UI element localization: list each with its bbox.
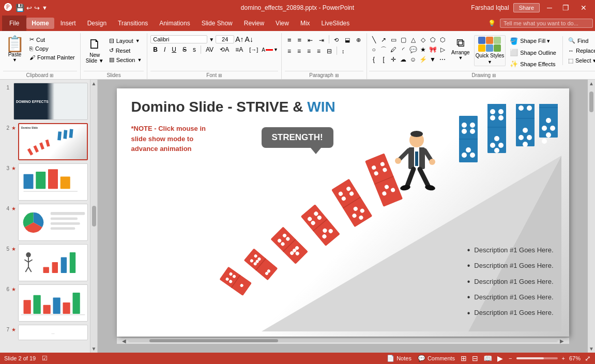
font-color-icon[interactable]: A [262,47,265,53]
menu-item-review[interactable]: Review [239,18,269,29]
shape-plus[interactable]: ✛ [389,55,398,64]
shape-pentagon[interactable]: ⬠ [428,35,437,44]
new-slide-button[interactable]: 🗋 New Slide ▼ [84,35,106,65]
shape-rect[interactable]: ▭ [389,35,398,44]
shape-star[interactable]: ★ [418,45,428,54]
shape-arc[interactable]: ◜ [399,45,408,54]
copy-button[interactable]: ⎘ Copy [27,44,77,53]
char-spacing-button[interactable]: AV [203,45,216,54]
customize-icon[interactable]: ▼ [42,5,48,11]
slide-thumb-4[interactable] [18,204,88,241]
slide-panel-scroll-up[interactable]: ▲ [91,81,97,86]
font-size-input[interactable] [216,35,234,43]
shape-more[interactable]: ▼ [428,55,437,64]
shape-hexagon[interactable]: ⬡ [438,35,447,44]
restore-button[interactable]: ❐ [559,3,572,13]
shape-action[interactable]: ▷ [438,45,447,54]
reset-button[interactable]: ↺ Reset [107,46,144,55]
underline-button[interactable]: U [169,45,179,54]
zoom-slider[interactable] [516,357,558,359]
menu-item-liveslides[interactable]: LiveSlides [316,18,355,29]
normal-view-button[interactable]: ⊞ [459,354,468,362]
line-spacing-button[interactable]: ↕ [339,47,347,56]
text-direction-btn[interactable]: ⟲ [331,35,341,45]
shape-outline-button[interactable]: ⬜ Shape Outline [508,48,558,57]
decrease-indent-button[interactable]: ⇤ [305,35,315,45]
add-smartart-btn[interactable]: ⊕ [354,35,363,45]
find-button[interactable]: 🔍 Find [566,36,595,45]
shape-smiley[interactable]: ☺ [408,55,418,64]
menu-item-design[interactable]: Design [82,18,112,29]
bold-button[interactable]: B [150,45,160,54]
menu-item-mix[interactable]: Mix [295,18,315,29]
shape-curve[interactable]: ⌒ [379,45,388,54]
shape-ribbon[interactable]: 🎀 [428,45,437,54]
quick-styles-button[interactable]: Quick Styles ▼ [474,35,506,66]
menu-item-animations[interactable]: Animations [154,18,195,29]
right-scroll-up[interactable]: ▲ [589,81,594,86]
menu-item-transitions[interactable]: Transitions [113,18,153,29]
select-button[interactable]: ⬚ Select ▾ [566,56,595,65]
paste-dropdown-icon[interactable]: ▼ [12,57,17,63]
menu-item-slideshow[interactable]: Slide Show [196,18,238,29]
menu-item-file[interactable]: File [2,16,26,31]
undo-icon[interactable]: ↩ [26,4,32,12]
tell-me-input[interactable] [500,19,593,28]
font-color-dropdown[interactable]: ▼ [273,47,278,52]
shape-rounded-rect[interactable]: ▢ [399,35,408,44]
slide-thumb-2[interactable]: Domino Slide [18,123,88,160]
minimize-button[interactable]: ─ [544,3,555,13]
close-button[interactable]: ✕ [576,3,591,13]
reading-view-button[interactable]: 📖 [482,354,494,362]
slide-panel-scroll-down[interactable]: ▼ [91,346,97,352]
bullets-button[interactable]: ≡ [285,35,294,45]
share-button[interactable]: Share [513,3,540,12]
increase-font-icon[interactable]: A↑ [235,35,243,43]
justify-button[interactable]: ≡ [314,47,323,56]
shape-triangle[interactable]: △ [408,35,418,44]
accessibility-icon[interactable]: ☑ [42,355,48,362]
shape-effects-button[interactable]: ✨ Shape Effects [508,59,558,69]
font-family-dropdown-icon[interactable]: ▼ [209,37,214,42]
columns-button[interactable]: ⊟ [324,47,334,56]
paste-button[interactable]: 📋 Paste ▼ [3,35,26,64]
menu-item-view[interactable]: View [270,18,294,29]
shape-oval[interactable]: ○ [369,45,378,54]
h-scroll-right[interactable]: ▶ [560,338,564,344]
h-scroll-thumb[interactable] [149,339,278,342]
slide-scroll-thumb[interactable] [92,206,96,226]
shape-cloud[interactable]: ☁ [399,55,408,64]
strikethrough-button[interactable]: S [180,45,189,54]
slide-thumb-3[interactable] [18,163,88,201]
shape-more2[interactable]: ⋯ [438,55,447,64]
format-painter-button[interactable]: 🖌 Format Painter [27,53,77,62]
shape-arrow[interactable]: ↗ [379,35,388,44]
slide-thumb-1[interactable]: DOMINO EFFECTS [13,83,88,120]
zoom-out-button[interactable]: − [509,355,512,361]
cut-button[interactable]: ✂ Cut [27,35,77,44]
shape-callout[interactable]: 💬 [408,45,418,54]
zoom-in-button[interactable]: + [562,355,565,361]
h-scroll-left[interactable]: ◀ [122,338,126,344]
shape-diamond[interactable]: ◇ [418,35,428,44]
align-left-button[interactable]: ≡ [285,47,294,56]
decrease-font-icon[interactable]: A↓ [245,35,253,43]
font-family-input[interactable] [150,35,207,43]
italic-button[interactable]: I [161,45,168,54]
right-scroll-thumb[interactable] [589,92,593,112]
align-text-button[interactable]: ≡A [233,45,246,54]
shadow-button[interactable]: s [190,45,199,54]
section-button[interactable]: ▤ Section ▼ [107,55,144,64]
layout-button[interactable]: ⊟ Layout ▼ [107,36,144,46]
shape-bolt[interactable]: ⚡ [418,55,428,64]
right-scroll-down[interactable]: ▼ [589,346,594,352]
arrange-button[interactable]: ⧉ Arrange ▼ [449,35,472,62]
replace-button[interactable]: ↔ Replace [566,47,595,55]
shape-fill-button[interactable]: 🪣 Shape Fill ▾ [508,36,558,46]
center-button[interactable]: ≡ [295,47,303,56]
save-icon[interactable]: 💾 [16,4,24,12]
menu-item-insert[interactable]: Insert [55,18,81,29]
shape-line[interactable]: ╲ [369,35,378,44]
align-right-button[interactable]: ≡ [304,47,313,56]
shape-freeform[interactable]: 🖊 [389,45,398,54]
